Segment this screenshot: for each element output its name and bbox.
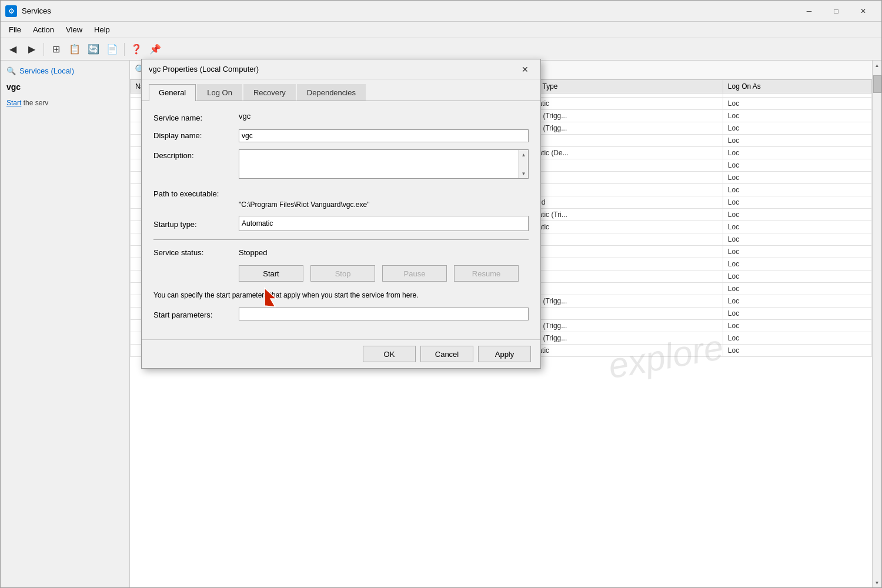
cell-logon: Loc: [723, 246, 871, 258]
resume-button[interactable]: Resume: [454, 265, 519, 282]
dialog-tabs: General Log On Recovery Dependencies: [142, 79, 540, 101]
toolbar-btn-help[interactable]: ❓: [128, 41, 145, 58]
cell-logon: Loc: [723, 159, 871, 172]
cell-startup: Manual: [513, 172, 723, 184]
menu-action[interactable]: Action: [27, 23, 60, 36]
path-value-row: "C:\Program Files\Riot Vanguard\vgc.exe": [153, 201, 529, 209]
scrollbar-thumb[interactable]: [873, 75, 881, 93]
apply-button[interactable]: Apply: [478, 346, 531, 362]
app-icon: ⚙: [5, 5, 17, 17]
col-logon[interactable]: Log On As: [723, 80, 871, 93]
start-params-label: Start parameters:: [153, 309, 239, 319]
cell-startup: Manual: [513, 233, 723, 246]
toolbar-btn-3[interactable]: 🔄: [85, 41, 102, 58]
description-scrollbar[interactable]: ▲ ▼: [519, 149, 529, 179]
col-startup[interactable]: Startup Type: [513, 80, 723, 93]
cell-startup: Manual: [513, 135, 723, 147]
service-name-value: vgc: [239, 112, 250, 121]
toolbar-separator-1: [44, 43, 44, 56]
info-text: You can specify the start parameters tha…: [153, 290, 529, 300]
services-local-icon: 🔍: [6, 66, 16, 75]
cell-startup: Manual: [513, 308, 723, 320]
service-name-row: Service name: vgc: [153, 112, 529, 122]
cell-startup: Automatic: [513, 221, 723, 233]
scrollbar-up[interactable]: ▲: [873, 61, 882, 70]
service-name-label: Service name:: [153, 112, 239, 122]
pause-button[interactable]: Pause: [382, 265, 447, 282]
toolbar-btn-1[interactable]: ⊞: [47, 41, 65, 58]
service-status-label: Service status:: [153, 248, 239, 257]
dialog-close-button[interactable]: ✕: [517, 62, 533, 76]
service-status-row: Service status: Stopped: [153, 248, 529, 257]
cell-logon: Loc: [723, 320, 871, 332]
cell-startup: Manual (Trigg...: [513, 110, 723, 122]
close-button[interactable]: ✕: [850, 2, 877, 20]
cell-logon: Loc: [723, 283, 871, 295]
cell-startup: Manual (Trigg...: [513, 332, 723, 345]
startup-type-select[interactable]: Automatic Automatic (Delayed Start) Manu…: [239, 216, 529, 231]
start-params-input[interactable]: [239, 308, 529, 320]
toolbar-btn-pin[interactable]: 📌: [146, 41, 164, 58]
desc-scroll-up[interactable]: ▲: [519, 150, 529, 159]
description-label: Description:: [153, 149, 239, 160]
back-button[interactable]: ◀: [4, 41, 22, 58]
toolbar-btn-4[interactable]: 📄: [103, 41, 121, 58]
toolbar: ◀ ▶ ⊞ 📋 🔄 📄 ❓ 📌: [1, 38, 881, 61]
maximize-button[interactable]: □: [823, 2, 850, 20]
cell-logon: Loc: [723, 270, 871, 283]
cell-logon: Loc: [723, 332, 871, 345]
tab-general[interactable]: General: [149, 84, 196, 101]
dialog-footer: OK Cancel Apply: [142, 339, 540, 368]
cell-logon: Loc: [723, 345, 871, 357]
service-name-heading: vgc: [6, 82, 123, 92]
toolbar-btn-2[interactable]: 📋: [66, 41, 83, 58]
right-scrollbar[interactable]: ▲ ▼: [872, 61, 881, 587]
divider-1: [153, 239, 529, 240]
start-button[interactable]: Start: [239, 265, 303, 282]
service-status-value: Stopped: [239, 248, 267, 257]
cell-startup: Manual (Trigg...: [513, 122, 723, 135]
startup-type-container: Automatic Automatic (Delayed Start) Manu…: [239, 216, 529, 231]
forward-button[interactable]: ▶: [23, 41, 41, 58]
cell-logon: Loc: [723, 172, 871, 184]
stop-button[interactable]: Stop: [310, 265, 375, 282]
cell-logon: [723, 93, 871, 98]
path-value: "C:\Program Files\Riot Vanguard\vgc.exe": [239, 201, 369, 209]
cell-logon: Loc: [723, 209, 871, 221]
cell-logon: Loc: [723, 308, 871, 320]
display-name-input[interactable]: [239, 129, 529, 142]
dialog-title: vgc Properties (Local Computer): [149, 65, 517, 74]
cell-startup: Manual: [513, 246, 723, 258]
display-name-label: Display name:: [153, 129, 239, 140]
start-link[interactable]: Start: [6, 99, 21, 107]
menu-file[interactable]: File: [3, 23, 27, 36]
menu-help[interactable]: Help: [88, 23, 116, 36]
desc-scroll-down[interactable]: ▼: [519, 169, 529, 178]
path-row: Path to executable:: [153, 188, 529, 198]
path-label: Path to executable:: [153, 188, 239, 198]
tab-logon[interactable]: Log On: [197, 84, 242, 101]
description-input[interactable]: [239, 149, 519, 179]
tab-dependencies[interactable]: Dependencies: [297, 84, 366, 101]
cell-logon: Loc: [723, 122, 871, 135]
menu-view[interactable]: View: [60, 23, 88, 36]
minimize-button[interactable]: ─: [796, 2, 823, 20]
startup-type-row: Startup type: Automatic Automatic (Delay…: [153, 216, 529, 231]
cell-logon: Loc: [723, 147, 871, 159]
cell-startup: Automatic (De...: [513, 147, 723, 159]
cell-startup: Manual: [513, 283, 723, 295]
tab-recovery[interactable]: Recovery: [243, 84, 296, 101]
scrollbar-down[interactable]: ▼: [873, 578, 882, 587]
cancel-button[interactable]: Cancel: [420, 346, 473, 362]
startup-type-label: Startup type:: [153, 218, 239, 229]
cell-startup: Manual: [513, 270, 723, 283]
cell-logon: Loc: [723, 258, 871, 270]
cell-startup: Automatic: [513, 98, 723, 110]
cell-startup: Manual: [513, 184, 723, 196]
cell-logon: Loc: [723, 295, 871, 308]
ok-button[interactable]: OK: [363, 346, 416, 362]
cell-startup: Disabled: [513, 196, 723, 209]
window-title: Services: [22, 6, 796, 15]
title-bar: ⚙ Services ─ □ ✕: [1, 1, 881, 22]
cell-logon: Loc: [723, 196, 871, 209]
